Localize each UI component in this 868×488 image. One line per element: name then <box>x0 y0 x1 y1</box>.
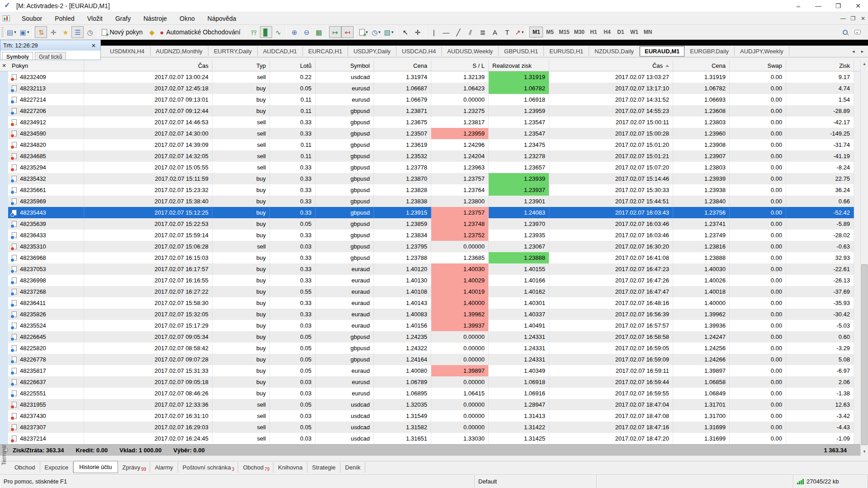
table-row[interactable]: 482266372017.02.07 09:05:18buy0.03eurusd… <box>8 376 854 388</box>
column-header-open_time[interactable]: Čas <box>84 60 212 71</box>
close-button[interactable]: ✕ <box>848 0 868 12</box>
chart-tab-gbpusd-h1[interactable]: GBPUSD,H1 <box>499 47 544 56</box>
column-header-open_price[interactable]: Cena <box>374 60 431 71</box>
column-header-order[interactable]: Pokyn <box>8 60 84 71</box>
arrows-button[interactable]: ↗▾ <box>513 26 525 38</box>
menu-grafy[interactable]: Grafy <box>109 13 137 24</box>
chart-tab-usdmxn-h4[interactable]: USDMXN,H4 <box>104 47 151 56</box>
chart-tab-usdcad-h4[interactable]: USDCAD,H4 <box>396 47 442 56</box>
menu-okno[interactable]: Okno <box>173 13 201 24</box>
new-order-button[interactable]: Nový pokyn <box>100 26 146 38</box>
maximize-button[interactable]: ❐ <box>828 0 848 12</box>
horizontal-line-button[interactable]: — <box>440 26 452 38</box>
market-watch-close-icon[interactable]: ✕ <box>90 42 98 49</box>
child-minimize-button[interactable]: — <box>838 14 848 23</box>
market-watch-tab-graf-ticků[interactable]: Graf ticků <box>35 52 66 60</box>
table-row[interactable]: 482272142017.02.07 09:13:01buy0.11eurusd… <box>8 94 854 105</box>
metaeditor-button[interactable]: ◆ <box>146 26 158 38</box>
terminal-close-icon[interactable]: ✕ <box>0 60 8 71</box>
autotrading-button[interactable]: ●Automatické Obchodování <box>158 26 244 38</box>
table-row[interactable]: 482372142017.02.07 16:24:45sell0.03usdca… <box>8 433 854 444</box>
timeframe-w1[interactable]: W1 <box>627 27 641 38</box>
terminal-toggle[interactable]: ☰ <box>71 26 84 38</box>
new-chart-button[interactable]: ▤▾ <box>5 26 18 38</box>
table-row[interactable]: 482319552017.02.07 12:33:36sell0.05usdca… <box>8 399 854 410</box>
table-row[interactable]: 482255512017.02.07 08:46:26buy0.03eurusd… <box>8 388 854 399</box>
timeframe-m1[interactable]: M1 <box>529 27 543 38</box>
dropdown-arrow-icon[interactable]: ▾ <box>27 30 29 34</box>
table-row[interactable]: 482370532017.02.07 16:17:57buy0.33euraud… <box>8 263 854 275</box>
bar-chart-button[interactable]: ⫯⫯ <box>248 26 260 38</box>
table-row[interactable]: 482356392017.02.07 15:22:53buy0.05gbpusd… <box>8 218 854 230</box>
table-row[interactable]: 482354432017.02.07 15:12:25buy0.33gbpusd… <box>8 207 854 218</box>
auto-scroll-toggle[interactable]: ↦ <box>329 26 341 38</box>
table-row[interactable]: 482358262017.02.07 15:32:05buy0.33euraud… <box>8 309 854 320</box>
market-watch-titlebar[interactable]: Trh: 12:26:29 ✕ <box>0 40 100 51</box>
table-row[interactable]: 482356612017.02.07 15:23:32buy0.33gbpusd… <box>8 184 854 196</box>
table-row[interactable]: 482372682017.02.07 16:27:22buy0.55euraud… <box>8 286 854 297</box>
column-header-profit[interactable]: Zisk <box>786 60 854 71</box>
search-button[interactable] <box>839 26 851 38</box>
label-button[interactable]: T <box>501 26 513 38</box>
status-profile[interactable]: Default <box>475 475 597 488</box>
periods-button[interactable]: ◷▾ <box>370 26 382 38</box>
table-row[interactable]: 482348202017.02.07 14:39:09sell0.11gbpus… <box>8 139 854 150</box>
terminal-tab-obchod[interactable]: Obchod <box>10 462 40 473</box>
vertical-line-button[interactable]: | <box>428 26 440 38</box>
table-row[interactable]: 482364112017.02.07 15:58:30buy0.33euraud… <box>8 297 854 309</box>
dropdown-arrow-icon[interactable]: ▾ <box>378 30 381 34</box>
chart-tab-audcad-h1[interactable]: AUDCAD,H1 <box>258 47 303 56</box>
timeframe-m5[interactable]: M5 <box>543 27 557 38</box>
indicators-button[interactable]: ▾ <box>358 26 370 38</box>
column-header-sl[interactable]: S / L <box>431 60 489 71</box>
navigator-button[interactable]: ★ <box>59 26 71 38</box>
chat-button[interactable] <box>851 26 863 38</box>
trendline-button[interactable]: ╱ <box>452 26 464 38</box>
table-row[interactable]: 482272062017.02.07 09:12:44buy0.11gbpusd… <box>8 105 854 117</box>
column-header-close_time[interactable]: Čas <box>549 60 673 71</box>
table-row[interactable]: 482354322017.02.07 15:11:59buy0.33gbpusd… <box>8 173 854 184</box>
table-row[interactable]: 482359692017.02.07 15:38:40buy0.33gbpusd… <box>8 196 854 207</box>
cursor-button[interactable]: ↖ <box>399 26 411 38</box>
timeframe-h4[interactable]: H4 <box>600 27 614 38</box>
terminal-tab-poštovní-schránka[interactable]: Poštovní schránka3 <box>178 462 239 473</box>
data-window-button[interactable]: ✛ <box>47 26 59 38</box>
terminal-tab-strategie[interactable]: Strategie <box>307 462 340 473</box>
scrollbar-thumb[interactable] <box>861 264 868 445</box>
table-row[interactable]: 482355242017.02.07 15:17:29buy0.03euraud… <box>8 320 854 331</box>
column-header-symbol[interactable]: Symbol <box>316 60 374 71</box>
child-close-button[interactable]: ✕ <box>858 14 868 23</box>
table-row[interactable]: 482321132017.02.07 12:45:18buy0.05eurusd… <box>8 83 854 94</box>
timeframe-h1[interactable]: H1 <box>587 27 600 38</box>
chart-shift-toggle[interactable]: ↤ <box>341 26 354 38</box>
timeframe-d1[interactable]: D1 <box>614 27 627 38</box>
scroll-up-icon[interactable]: ▲ <box>861 60 868 68</box>
candlestick-button[interactable]: ▊ <box>260 26 272 38</box>
market-watch-tab-symboly[interactable]: Symboly <box>2 52 33 60</box>
chart-tab-audnzd-monthly[interactable]: AUDNZD,Monthly <box>151 47 208 56</box>
dropdown-arrow-icon[interactable]: ▾ <box>14 30 16 34</box>
tab-scroll-arrows[interactable]: ◂ ▸ <box>852 49 866 54</box>
terminal-tab-alarmy[interactable]: Alarmy <box>150 462 178 473</box>
table-row[interactable]: 482258202017.02.07 08:58:42buy0.05gbpusd… <box>8 343 854 354</box>
tile-windows-button[interactable]: ▦ <box>313 26 325 38</box>
chart-tab-usdjpy-daily[interactable]: USDJPY,Daily <box>348 47 396 56</box>
menu-vložit[interactable]: Vložit <box>81 13 109 24</box>
column-header-lots[interactable]: Lotů <box>270 60 316 71</box>
chart-tab-eurgbp-daily[interactable]: EURGBP,Daily <box>684 47 735 56</box>
chart-tab-eurcad-h1[interactable]: EURCAD,H1 <box>303 47 348 56</box>
menu-pohled[interactable]: Pohled <box>48 13 81 24</box>
crosshair-button[interactable]: ✛ <box>411 26 424 38</box>
table-row[interactable]: 482353102017.02.07 15:06:28sell0.03gbpus… <box>8 241 854 252</box>
profiles-button[interactable]: ▣▾ <box>18 26 31 38</box>
strategy-tester-button[interactable]: ◷ <box>84 26 96 38</box>
menu-nástroje[interactable]: Nástroje <box>137 13 173 24</box>
column-header-swap[interactable]: Swap <box>730 60 786 71</box>
table-row[interactable]: 482369682017.02.07 16:15:03buy0.33gbpusd… <box>8 252 854 263</box>
table-row[interactable]: 482374302017.02.07 16:31:10sell0.03usdca… <box>8 410 854 422</box>
chart-tab-nzdusd-daily[interactable]: NZDUSD,Daily <box>589 47 640 56</box>
scroll-down-icon[interactable]: ▼ <box>861 448 868 455</box>
terminal-tab-expozice[interactable]: Expozice <box>40 462 74 473</box>
chart-tab-audusd-weekly[interactable]: AUDUSD,Weekly <box>442 47 499 56</box>
chart-tab-eurusd-h1[interactable]: EURUSD,H1 <box>544 47 589 56</box>
